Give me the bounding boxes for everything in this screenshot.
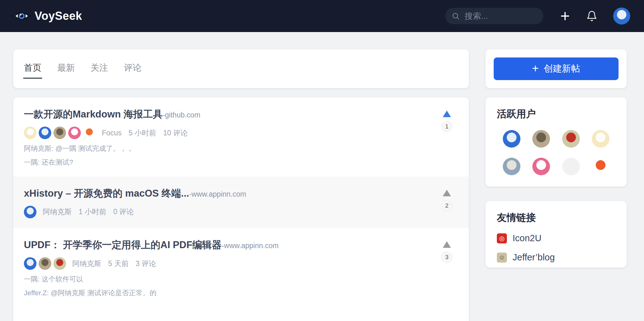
post-row: xHistory – 开源免费的 macOS 终端...-www.appinn.… bbox=[13, 177, 469, 228]
friend-link-icon: ◎ bbox=[497, 233, 507, 243]
upvote-icon[interactable] bbox=[443, 241, 451, 248]
post-site: -www.appinn.com bbox=[189, 190, 246, 198]
tab-follow[interactable]: 关注 bbox=[90, 59, 109, 79]
active-user-avatar-doraemon-cat[interactable] bbox=[592, 130, 609, 148]
post-site: -github.com bbox=[163, 111, 200, 119]
vote-count-badge: 3 bbox=[441, 252, 452, 263]
post-participant-avatars bbox=[24, 127, 96, 139]
avatar-opera-face[interactable] bbox=[53, 257, 66, 270]
avatar-panda-sunglasses[interactable] bbox=[39, 127, 51, 139]
avatar-pink-flower[interactable] bbox=[68, 127, 81, 139]
post-title-link[interactable]: xHistory – 开源免费的 macOS 终端...-www.appinn.… bbox=[24, 187, 432, 200]
friend-link-item[interactable]: ◎ Icon2U bbox=[497, 233, 615, 243]
plus-icon: + bbox=[532, 63, 539, 74]
post-author: Focus bbox=[102, 129, 122, 137]
tabs: 首页 最新 关注 评论 bbox=[23, 59, 157, 79]
friend-link-label: Icon2U bbox=[513, 233, 541, 243]
avatar-motorcycle-rider[interactable] bbox=[39, 257, 51, 270]
avatar-orange-icecream[interactable] bbox=[83, 127, 96, 139]
create-post-card: + 创建新帖 bbox=[486, 49, 627, 88]
active-user-avatar-orange-jellyfish[interactable] bbox=[592, 158, 609, 175]
comment-line: 一隅: 这个软件可以 bbox=[24, 275, 432, 284]
voyseek-eye-logo-icon bbox=[14, 8, 30, 24]
upvote-icon[interactable] bbox=[443, 111, 451, 117]
post-title-link[interactable]: UPDF： 开学季你一定用得上的AI PDF编辑器-www.appinn.com bbox=[24, 239, 432, 251]
create-post-label: 创建新帖 bbox=[544, 63, 580, 75]
tab-latest[interactable]: 最新 bbox=[57, 59, 75, 79]
post-title-link[interactable]: 一款开源的Markdown 海报工具-github.com bbox=[24, 108, 432, 121]
post-comment-preview: 阿纳克斯: @一隅 测试完成了。，，一隅: 还在测试? bbox=[24, 144, 432, 167]
post-comment-preview: 一隅: 这个软件可以Jeffer.Z: @阿纳克斯 测试评论是否正常。的 bbox=[24, 275, 432, 297]
post-meta: 阿纳克斯 1 小时前 0 评论 bbox=[24, 205, 432, 219]
tab-label: 首页 bbox=[24, 63, 42, 73]
comment-line: 阿纳克斯: @一隅 测试完成了。，， bbox=[24, 144, 432, 153]
post-meta: 阿纳克斯 5 天前 3 评论 bbox=[24, 257, 432, 270]
vote-count-badge: 1 bbox=[441, 121, 452, 132]
post-meta: Focus 5 小时前 10 评论 bbox=[24, 126, 432, 139]
post-list-card: 一款开源的Markdown 海报工具-github.com Focus 5 小时… bbox=[13, 97, 469, 321]
post-comment-count: 0 评论 bbox=[113, 207, 134, 217]
friend-links-card: 友情链接 ◎ Icon2U ☺ Jeffer’blog bbox=[486, 201, 627, 268]
post-comment-count: 10 评论 bbox=[163, 128, 188, 138]
active-user-avatar-robe-person[interactable] bbox=[503, 158, 520, 175]
active-user-avatar-panda-sunglasses[interactable] bbox=[503, 130, 520, 148]
avatar-panda-sunglasses[interactable] bbox=[24, 206, 36, 218]
post-time: 5 小时前 bbox=[129, 128, 156, 138]
post-row: UPDF： 开学季你一定用得上的AI PDF编辑器-www.appinn.com… bbox=[13, 228, 469, 307]
active-users-title: 活跃用户 bbox=[497, 107, 615, 121]
active-user-avatar-opera-face[interactable] bbox=[562, 130, 580, 148]
post-participant-avatars bbox=[24, 206, 36, 218]
comment-line: 一隅: 还在测试? bbox=[24, 158, 432, 167]
vote-count-badge: 2 bbox=[441, 200, 452, 211]
comment-line: Jeffer.Z: @阿纳克斯 测试评论是否正常。的 bbox=[24, 288, 432, 298]
active-user-avatar-blank-user[interactable] bbox=[562, 158, 580, 175]
post-participant-avatars bbox=[24, 257, 66, 270]
upvote-icon[interactable] bbox=[443, 190, 451, 196]
navbar: VoySeek + bbox=[0, 0, 644, 32]
active-users-card: 活跃用户 bbox=[486, 97, 627, 187]
tab-comments[interactable]: 评论 bbox=[123, 59, 142, 79]
tab-label: 关注 bbox=[91, 63, 108, 73]
avatar-motorcycle-rider[interactable] bbox=[53, 127, 66, 139]
active-user-avatar-pink-flower[interactable] bbox=[532, 158, 550, 175]
brand-title: VoySeek bbox=[35, 9, 82, 23]
vote-column: 2 bbox=[432, 187, 462, 219]
search-box[interactable] bbox=[445, 8, 543, 24]
vote-column: 1 bbox=[432, 108, 462, 167]
friend-link-item[interactable]: ☺ Jeffer’blog bbox=[497, 252, 615, 263]
post-row: 一款开源的Markdown 海报工具-github.com Focus 5 小时… bbox=[13, 97, 469, 177]
notifications-bell-icon[interactable] bbox=[586, 10, 597, 22]
post-title: UPDF： 开学季你一定用得上的AI PDF编辑器 bbox=[24, 239, 222, 250]
active-users-grid bbox=[497, 130, 615, 175]
post-title: 一款开源的Markdown 海报工具 bbox=[24, 109, 163, 120]
post-comment-count: 3 评论 bbox=[136, 259, 156, 269]
tab-label: 评论 bbox=[124, 63, 142, 73]
avatar-panda-sunglasses[interactable] bbox=[24, 257, 36, 270]
friend-links-title: 友情链接 bbox=[497, 211, 615, 224]
create-post-button[interactable]: + 创建新帖 bbox=[494, 57, 619, 80]
post-title: xHistory – 开源免费的 macOS 终端... bbox=[24, 188, 189, 199]
search-input[interactable] bbox=[464, 11, 535, 21]
tab-label: 最新 bbox=[57, 63, 75, 73]
avatar-doraemon-cat[interactable] bbox=[24, 127, 36, 139]
tab-home[interactable]: 首页 bbox=[23, 59, 42, 79]
new-post-icon[interactable]: + bbox=[560, 8, 570, 24]
post-author: 阿纳克斯 bbox=[43, 207, 72, 217]
friend-link-label: Jeffer’blog bbox=[513, 252, 555, 263]
friend-links-list: ◎ Icon2U ☺ Jeffer’blog bbox=[497, 233, 615, 263]
post-site: -www.appinn.com bbox=[222, 242, 279, 250]
post-time: 1 小时前 bbox=[79, 207, 106, 217]
navbar-actions: + bbox=[445, 8, 630, 24]
feed-tabs-card: 首页 最新 关注 评论 bbox=[13, 49, 469, 88]
search-icon bbox=[452, 12, 460, 20]
post-author: 阿纳克斯 bbox=[72, 259, 101, 269]
vote-column: 3 bbox=[432, 239, 462, 298]
post-time: 5 天前 bbox=[108, 259, 129, 269]
active-user-avatar-motorcycle-rider[interactable] bbox=[532, 130, 550, 148]
user-avatar[interactable] bbox=[613, 8, 630, 24]
friend-link-icon: ☺ bbox=[497, 253, 507, 263]
